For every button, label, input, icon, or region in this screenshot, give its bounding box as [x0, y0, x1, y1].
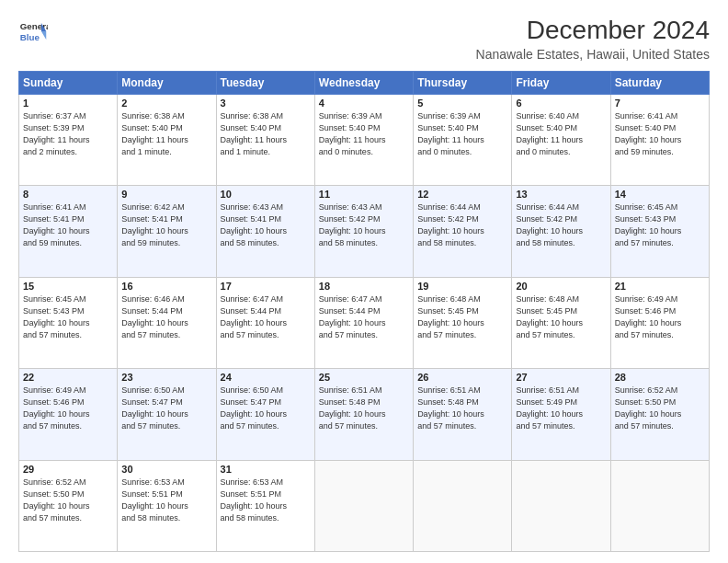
day-number: 6 [516, 98, 606, 109]
day-info: Sunrise: 6:41 AM Sunset: 5:40 PM Dayligh… [615, 110, 705, 158]
calendar-cell: 16Sunrise: 6:46 AM Sunset: 5:44 PM Dayli… [118, 277, 216, 368]
day-number: 16 [121, 281, 211, 292]
col-header-tuesday: Tuesday [216, 71, 314, 94]
day-number: 26 [417, 372, 507, 383]
calendar-cell: 4Sunrise: 6:39 AM Sunset: 5:40 PM Daylig… [314, 94, 413, 185]
calendar-cell: 25Sunrise: 6:51 AM Sunset: 5:48 PM Dayli… [314, 369, 413, 460]
svg-text:Blue: Blue [20, 32, 40, 42]
calendar-cell [610, 460, 709, 551]
calendar-cell: 20Sunrise: 6:48 AM Sunset: 5:45 PM Dayli… [512, 277, 610, 368]
col-header-thursday: Thursday [414, 71, 512, 94]
calendar-cell: 30Sunrise: 6:53 AM Sunset: 5:51 PM Dayli… [118, 460, 216, 551]
day-number: 5 [417, 98, 507, 109]
calendar-cell: 21Sunrise: 6:49 AM Sunset: 5:46 PM Dayli… [610, 277, 709, 368]
week-row-3: 15Sunrise: 6:45 AM Sunset: 5:43 PM Dayli… [19, 277, 710, 368]
calendar-cell [314, 460, 413, 551]
calendar-cell: 2Sunrise: 6:38 AM Sunset: 5:40 PM Daylig… [118, 94, 216, 185]
day-number: 7 [615, 98, 705, 109]
day-number: 3 [221, 98, 311, 109]
day-info: Sunrise: 6:49 AM Sunset: 5:46 PM Dayligh… [23, 385, 113, 432]
calendar-cell [414, 460, 512, 551]
logo-icon: General Blue [18, 17, 48, 46]
calendar-cell [512, 460, 610, 551]
day-info: Sunrise: 6:50 AM Sunset: 5:47 PM Dayligh… [221, 385, 311, 432]
calendar-cell: 12Sunrise: 6:44 AM Sunset: 5:42 PM Dayli… [414, 186, 512, 277]
day-info: Sunrise: 6:47 AM Sunset: 5:44 PM Dayligh… [319, 293, 409, 341]
day-number: 17 [221, 281, 311, 292]
day-number: 9 [121, 189, 211, 200]
calendar-cell: 27Sunrise: 6:51 AM Sunset: 5:49 PM Dayli… [512, 369, 610, 460]
day-info: Sunrise: 6:51 AM Sunset: 5:48 PM Dayligh… [417, 385, 507, 432]
day-number: 22 [23, 372, 113, 383]
day-info: Sunrise: 6:53 AM Sunset: 5:51 PM Dayligh… [121, 477, 211, 524]
logo: General Blue [18, 17, 51, 46]
col-header-saturday: Saturday [610, 71, 709, 94]
day-number: 23 [121, 372, 211, 383]
day-number: 1 [23, 98, 113, 109]
day-info: Sunrise: 6:51 AM Sunset: 5:49 PM Dayligh… [516, 385, 606, 432]
day-number: 4 [319, 98, 409, 109]
subtitle: Nanawale Estates, Hawaii, United States [476, 47, 710, 62]
main-title: December 2024 [476, 17, 710, 45]
day-info: Sunrise: 6:42 AM Sunset: 5:41 PM Dayligh… [121, 201, 211, 249]
calendar-cell: 31Sunrise: 6:53 AM Sunset: 5:51 PM Dayli… [216, 460, 314, 551]
day-info: Sunrise: 6:44 AM Sunset: 5:42 PM Dayligh… [516, 201, 606, 249]
day-info: Sunrise: 6:50 AM Sunset: 5:47 PM Dayligh… [121, 385, 211, 432]
day-info: Sunrise: 6:43 AM Sunset: 5:42 PM Dayligh… [319, 201, 409, 249]
day-info: Sunrise: 6:47 AM Sunset: 5:44 PM Dayligh… [221, 293, 311, 341]
day-number: 12 [417, 189, 507, 200]
week-row-1: 1Sunrise: 6:37 AM Sunset: 5:39 PM Daylig… [19, 94, 710, 185]
day-info: Sunrise: 6:39 AM Sunset: 5:40 PM Dayligh… [417, 110, 507, 158]
col-header-friday: Friday [512, 71, 610, 94]
day-info: Sunrise: 6:52 AM Sunset: 5:50 PM Dayligh… [615, 385, 705, 432]
calendar-cell: 11Sunrise: 6:43 AM Sunset: 5:42 PM Dayli… [314, 186, 413, 277]
calendar-cell: 19Sunrise: 6:48 AM Sunset: 5:45 PM Dayli… [414, 277, 512, 368]
calendar-cell: 9Sunrise: 6:42 AM Sunset: 5:41 PM Daylig… [118, 186, 216, 277]
calendar-cell: 3Sunrise: 6:38 AM Sunset: 5:40 PM Daylig… [216, 94, 314, 185]
day-number: 29 [23, 464, 113, 475]
day-info: Sunrise: 6:45 AM Sunset: 5:43 PM Dayligh… [23, 293, 113, 341]
day-number: 28 [615, 372, 705, 383]
calendar-cell: 1Sunrise: 6:37 AM Sunset: 5:39 PM Daylig… [19, 94, 118, 185]
day-info: Sunrise: 6:46 AM Sunset: 5:44 PM Dayligh… [121, 293, 211, 341]
day-info: Sunrise: 6:39 AM Sunset: 5:40 PM Dayligh… [319, 110, 409, 158]
svg-marker-3 [41, 31, 46, 40]
title-block: December 2024 Nanawale Estates, Hawaii, … [476, 17, 710, 62]
day-info: Sunrise: 6:52 AM Sunset: 5:50 PM Dayligh… [23, 477, 113, 524]
day-info: Sunrise: 6:49 AM Sunset: 5:46 PM Dayligh… [615, 293, 705, 341]
day-info: Sunrise: 6:51 AM Sunset: 5:48 PM Dayligh… [319, 385, 409, 432]
calendar-table: SundayMondayTuesdayWednesdayThursdayFrid… [18, 71, 710, 552]
day-number: 11 [319, 189, 409, 200]
day-info: Sunrise: 6:38 AM Sunset: 5:40 PM Dayligh… [221, 110, 311, 158]
day-info: Sunrise: 6:43 AM Sunset: 5:41 PM Dayligh… [221, 201, 311, 249]
week-row-4: 22Sunrise: 6:49 AM Sunset: 5:46 PM Dayli… [19, 369, 710, 460]
day-number: 25 [319, 372, 409, 383]
calendar-cell: 26Sunrise: 6:51 AM Sunset: 5:48 PM Dayli… [414, 369, 512, 460]
calendar-header-row: SundayMondayTuesdayWednesdayThursdayFrid… [19, 71, 710, 94]
day-number: 21 [615, 281, 705, 292]
col-header-sunday: Sunday [19, 71, 118, 94]
day-number: 15 [23, 281, 113, 292]
calendar-cell: 17Sunrise: 6:47 AM Sunset: 5:44 PM Dayli… [216, 277, 314, 368]
calendar-cell: 22Sunrise: 6:49 AM Sunset: 5:46 PM Dayli… [19, 369, 118, 460]
calendar-cell: 29Sunrise: 6:52 AM Sunset: 5:50 PM Dayli… [19, 460, 118, 551]
calendar-cell: 8Sunrise: 6:41 AM Sunset: 5:41 PM Daylig… [19, 186, 118, 277]
day-number: 31 [221, 464, 311, 475]
day-number: 14 [615, 189, 705, 200]
day-number: 24 [221, 372, 311, 383]
day-number: 30 [121, 464, 211, 475]
day-number: 20 [516, 281, 606, 292]
page: General Blue December 2024 Nanawale Esta… [0, 0, 728, 563]
day-info: Sunrise: 6:40 AM Sunset: 5:40 PM Dayligh… [516, 110, 606, 158]
col-header-wednesday: Wednesday [314, 71, 413, 94]
day-number: 19 [417, 281, 507, 292]
calendar-cell: 7Sunrise: 6:41 AM Sunset: 5:40 PM Daylig… [610, 94, 709, 185]
day-info: Sunrise: 6:44 AM Sunset: 5:42 PM Dayligh… [417, 201, 507, 249]
day-number: 13 [516, 189, 606, 200]
calendar-cell: 28Sunrise: 6:52 AM Sunset: 5:50 PM Dayli… [610, 369, 709, 460]
header: General Blue December 2024 Nanawale Esta… [18, 17, 710, 62]
calendar-cell: 15Sunrise: 6:45 AM Sunset: 5:43 PM Dayli… [19, 277, 118, 368]
day-number: 18 [319, 281, 409, 292]
calendar-cell: 14Sunrise: 6:45 AM Sunset: 5:43 PM Dayli… [610, 186, 709, 277]
calendar-cell: 23Sunrise: 6:50 AM Sunset: 5:47 PM Dayli… [118, 369, 216, 460]
